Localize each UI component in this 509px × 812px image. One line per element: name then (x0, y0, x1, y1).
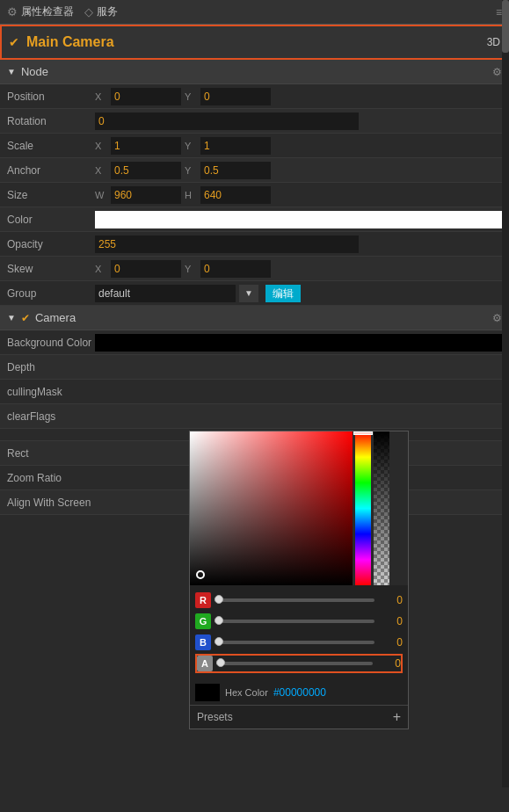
camera-gear-icon[interactable]: ⚙ (492, 312, 502, 324)
prop-color: Color (0, 207, 509, 232)
camera-arrow-icon: ▼ (7, 313, 16, 323)
alpha-bar[interactable] (374, 431, 389, 585)
g-slider-track[interactable] (215, 620, 374, 623)
depth-label: Depth (7, 361, 95, 373)
size-fields: W H (95, 186, 502, 204)
camera-section-title: Camera (35, 311, 76, 324)
prop-culling-mask: cullingMask (0, 380, 509, 404)
presets-row: Presets + (190, 705, 408, 729)
color-picker-popup: R 0 G 0 B 0 (189, 431, 409, 729)
scale-x-input[interactable] (111, 137, 181, 155)
size-h-input[interactable] (200, 186, 271, 204)
tab-service[interactable]: ◇ 服务 (84, 4, 118, 19)
x-label: X (95, 91, 107, 102)
opacity-input[interactable] (95, 236, 359, 253)
rgba-sliders: R 0 G 0 B 0 (190, 585, 408, 680)
size-label: Size (7, 189, 95, 201)
culling-mask-label: cullingMask (7, 386, 95, 398)
g-value: 0 (378, 615, 403, 627)
prop-skew: Skew X Y (0, 257, 509, 281)
scroll-thumb[interactable] (502, 0, 509, 53)
g-slider-row: G 0 (195, 612, 403, 631)
presets-add-button[interactable]: + (393, 709, 401, 725)
opacity-fields (95, 236, 502, 253)
a-slider-track[interactable] (216, 662, 373, 665)
bg-color-label: Background Color (7, 337, 95, 349)
group-dropdown-icon[interactable]: ▼ (239, 285, 258, 302)
toolbar: ⚙ 属性检查器 ◇ 服务 ≡ (0, 0, 509, 25)
component-check[interactable]: ✔ (9, 35, 19, 49)
node-gear-icon[interactable]: ⚙ (492, 66, 502, 78)
hex-color-row: Hex Color #00000000 (190, 680, 408, 705)
group-edit-button[interactable]: 编辑 (265, 285, 301, 302)
prop-opacity: Opacity (0, 232, 509, 257)
y-label: Y (185, 91, 197, 102)
diamond-icon: ◇ (84, 5, 93, 18)
rotation-input[interactable] (95, 112, 359, 130)
bg-color-fields (95, 334, 502, 352)
hue-bar[interactable] (355, 431, 371, 585)
rotation-label: Rotation (7, 115, 95, 127)
align-screen-label: Align With Screen (7, 497, 95, 509)
skew-x-label: X (95, 264, 107, 274)
bg-color-swatch[interactable] (95, 334, 502, 352)
hue-cursor (353, 431, 373, 435)
group-input[interactable] (95, 285, 236, 302)
hex-swatch[interactable] (195, 684, 220, 701)
scale-label: Scale (7, 140, 95, 152)
g-badge: G (195, 613, 211, 629)
node-section-header[interactable]: ▼ Node ⚙ (0, 60, 509, 84)
opacity-label: Opacity (7, 238, 95, 250)
menu-dots[interactable]: ≡ (496, 6, 502, 18)
size-w-input[interactable] (111, 186, 181, 204)
position-y-input[interactable] (200, 88, 271, 105)
b-slider-row: B 0 (195, 633, 403, 652)
skew-label: Skew (7, 263, 95, 275)
presets-label: Presets (197, 711, 233, 723)
group-label: Group (7, 287, 95, 300)
b-slider-track[interactable] (215, 641, 374, 644)
b-value: 0 (378, 636, 403, 649)
a-slider-row: A 0 (195, 654, 403, 673)
r-slider-track[interactable] (215, 598, 374, 602)
saturation-brightness-area[interactable] (190, 431, 353, 585)
anchor-fields: X Y (95, 162, 502, 179)
w-label: W (95, 190, 107, 200)
position-fields: X Y (95, 88, 502, 105)
scrollbar[interactable] (502, 0, 509, 787)
scale-y-input[interactable] (200, 137, 271, 155)
skew-x-input[interactable] (111, 260, 181, 278)
anchor-y-input[interactable] (200, 162, 271, 179)
anchor-x-input[interactable] (111, 162, 181, 179)
hex-value[interactable]: #00000000 (273, 686, 326, 699)
camera-section-header[interactable]: ▼ ✔ Camera ⚙ (0, 306, 509, 330)
a-badge: A (197, 656, 213, 671)
rotation-fields (95, 112, 502, 130)
skew-y-input[interactable] (200, 260, 271, 278)
color-picker-top (190, 431, 408, 585)
camera-check-icon[interactable]: ✔ (21, 312, 30, 324)
color-swatch[interactable] (95, 211, 502, 228)
sy-label: Y (185, 141, 197, 151)
tab-service-label: 服务 (97, 4, 118, 19)
main-container: ⚙ 属性检查器 ◇ 服务 ≡ ✔ Main Camera 3D ▼ Node ⚙… (0, 0, 509, 787)
hex-label: Hex Color (225, 687, 268, 698)
node-section-title: Node (21, 65, 48, 78)
tab-inspector[interactable]: ⚙ 属性检查器 (7, 4, 74, 19)
skew-y-label: Y (185, 264, 197, 274)
prop-position: Position X Y (0, 84, 509, 109)
scale-fields: X Y (95, 137, 502, 155)
prop-rotation: Rotation (0, 109, 509, 134)
b-slider-thumb (215, 637, 223, 646)
saturation-cursor (196, 570, 205, 579)
r-slider-row: R 0 (195, 591, 403, 610)
node-arrow-icon: ▼ (7, 67, 16, 76)
tab-inspector-label: 属性检查器 (21, 4, 74, 19)
ay-label: Y (185, 165, 197, 176)
position-x-input[interactable] (111, 88, 181, 105)
a-value: 0 (376, 657, 401, 670)
prop-background-color: Background Color (0, 330, 509, 355)
r-value: 0 (378, 594, 403, 606)
h-label: H (185, 190, 197, 200)
g-slider-thumb (215, 616, 223, 625)
